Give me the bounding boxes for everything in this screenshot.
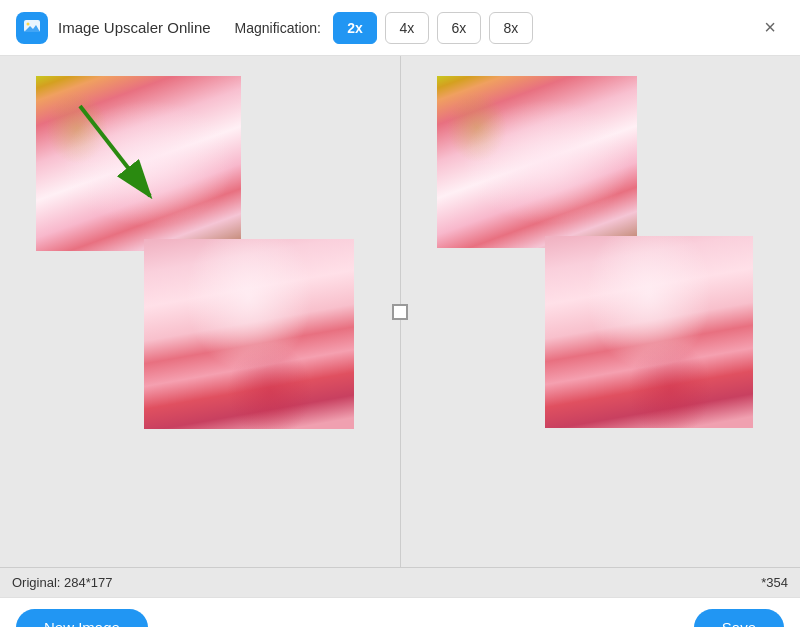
new-image-button[interactable]: New Image bbox=[16, 609, 148, 627]
app-title: Image Upscaler Online bbox=[58, 19, 211, 36]
upscaled-top-left-tile bbox=[437, 76, 637, 248]
close-button[interactable]: × bbox=[756, 12, 784, 43]
upscaled-bottom-tile bbox=[545, 236, 753, 428]
footer: New Image Save bbox=[0, 597, 800, 627]
upscaled-image-panel bbox=[401, 56, 801, 567]
status-bar: Original: 284*177 *354 bbox=[0, 567, 800, 597]
original-size-label: Original: 284*177 bbox=[12, 575, 112, 590]
app-icon bbox=[16, 12, 48, 44]
save-button[interactable]: Save bbox=[694, 609, 784, 627]
magnification-label: Magnification: bbox=[235, 20, 321, 36]
header: Image Upscaler Online Magnification: 2x … bbox=[0, 0, 800, 56]
divider-checkbox[interactable] bbox=[392, 304, 408, 320]
magnification-buttons: 2x 4x 6x 8x bbox=[333, 12, 533, 44]
mag-2x-button[interactable]: 2x bbox=[333, 12, 377, 44]
main-content bbox=[0, 56, 800, 567]
original-bottom-tile bbox=[144, 239, 354, 429]
svg-point-2 bbox=[27, 22, 30, 25]
original-image-panel bbox=[0, 56, 401, 567]
mag-4x-button[interactable]: 4x bbox=[385, 12, 429, 44]
center-divider bbox=[392, 304, 408, 320]
original-top-left-tile bbox=[36, 76, 241, 251]
mag-6x-button[interactable]: 6x bbox=[437, 12, 481, 44]
upscaled-size-label: *354 bbox=[761, 575, 788, 590]
mag-8x-button[interactable]: 8x bbox=[489, 12, 533, 44]
